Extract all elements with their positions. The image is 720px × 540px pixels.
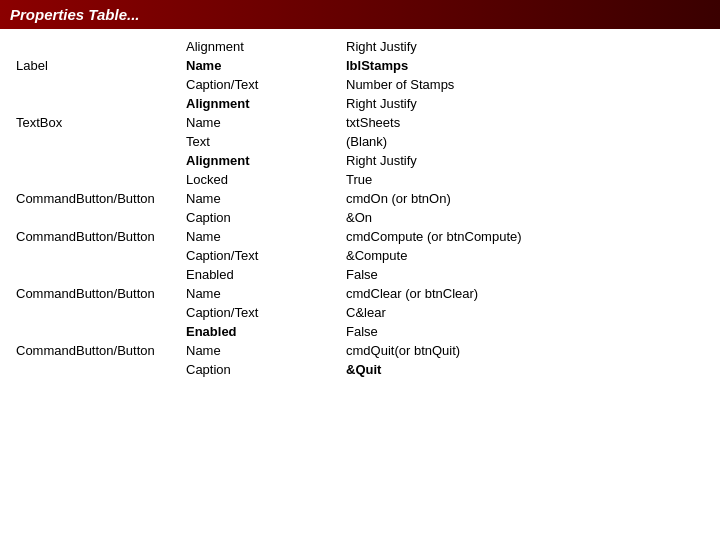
object-cell — [10, 303, 180, 322]
object-cell — [10, 246, 180, 265]
value-cell: False — [340, 322, 710, 341]
object-cell: CommandButton/Button — [10, 227, 180, 246]
table-row: Caption&Quit — [10, 360, 710, 379]
value-cell: &Quit — [340, 360, 710, 379]
object-cell — [10, 132, 180, 151]
value-cell: cmdClear (or btnClear) — [340, 284, 710, 303]
object-cell — [10, 208, 180, 227]
property-cell: Enabled — [180, 322, 340, 341]
value-cell: lblStamps — [340, 56, 710, 75]
object-cell: TextBox — [10, 113, 180, 132]
table-row: LabelNamelblStamps — [10, 56, 710, 75]
property-cell: Alignment — [180, 37, 340, 56]
value-cell: Right Justify — [340, 151, 710, 170]
table-row: CommandButton/ButtonNamecmdClear (or btn… — [10, 284, 710, 303]
object-cell — [10, 94, 180, 113]
property-cell: Name — [180, 341, 340, 360]
value-cell: cmdQuit(or btnQuit) — [340, 341, 710, 360]
object-cell: Label — [10, 56, 180, 75]
value-cell: Number of Stamps — [340, 75, 710, 94]
table-row: CommandButton/ButtonNamecmdOn (or btnOn) — [10, 189, 710, 208]
title-bar: Properties Table... — [0, 0, 720, 29]
property-cell: Name — [180, 284, 340, 303]
object-cell — [10, 360, 180, 379]
property-cell: Name — [180, 56, 340, 75]
value-cell: &On — [340, 208, 710, 227]
table-row: CommandButton/ButtonNamecmdQuit(or btnQu… — [10, 341, 710, 360]
value-cell: cmdOn (or btnOn) — [340, 189, 710, 208]
property-cell: Alignment — [180, 151, 340, 170]
value-cell: (Blank) — [340, 132, 710, 151]
table-row: TextBoxNametxtSheets — [10, 113, 710, 132]
value-cell: True — [340, 170, 710, 189]
properties-table: AlignmentRight JustifyLabelNamelblStamps… — [10, 37, 710, 379]
table-row: Text(Blank) — [10, 132, 710, 151]
property-cell: Caption/Text — [180, 75, 340, 94]
property-cell: Caption — [180, 208, 340, 227]
property-cell: Text — [180, 132, 340, 151]
value-cell: False — [340, 265, 710, 284]
title-text: Properties Table... — [10, 6, 140, 23]
value-cell: Right Justify — [340, 94, 710, 113]
property-cell: Caption — [180, 360, 340, 379]
table-row: AlignmentRight Justify — [10, 94, 710, 113]
table-container: AlignmentRight JustifyLabelNamelblStamps… — [0, 29, 720, 387]
value-cell: cmdCompute (or btnCompute) — [340, 227, 710, 246]
value-cell: &Compute — [340, 246, 710, 265]
table-row: Caption/TextC&lear — [10, 303, 710, 322]
table-row: CommandButton/ButtonNamecmdCompute (or b… — [10, 227, 710, 246]
object-cell: CommandButton/Button — [10, 341, 180, 360]
table-row: LockedTrue — [10, 170, 710, 189]
property-cell: Caption/Text — [180, 303, 340, 322]
table-row: AlignmentRight Justify — [10, 37, 710, 56]
object-cell — [10, 37, 180, 56]
property-cell: Caption/Text — [180, 246, 340, 265]
table-row: EnabledFalse — [10, 265, 710, 284]
property-cell: Name — [180, 227, 340, 246]
object-cell: CommandButton/Button — [10, 189, 180, 208]
property-cell: Locked — [180, 170, 340, 189]
property-cell: Name — [180, 189, 340, 208]
table-row: Caption/TextNumber of Stamps — [10, 75, 710, 94]
property-cell: Alignment — [180, 94, 340, 113]
object-cell — [10, 151, 180, 170]
object-cell — [10, 75, 180, 94]
table-row: EnabledFalse — [10, 322, 710, 341]
property-cell: Enabled — [180, 265, 340, 284]
property-cell: Name — [180, 113, 340, 132]
object-cell — [10, 322, 180, 341]
object-cell — [10, 265, 180, 284]
table-row: AlignmentRight Justify — [10, 151, 710, 170]
value-cell: C&lear — [340, 303, 710, 322]
object-cell — [10, 170, 180, 189]
table-row: Caption/Text&Compute — [10, 246, 710, 265]
value-cell: Right Justify — [340, 37, 710, 56]
object-cell: CommandButton/Button — [10, 284, 180, 303]
table-row: Caption&On — [10, 208, 710, 227]
value-cell: txtSheets — [340, 113, 710, 132]
